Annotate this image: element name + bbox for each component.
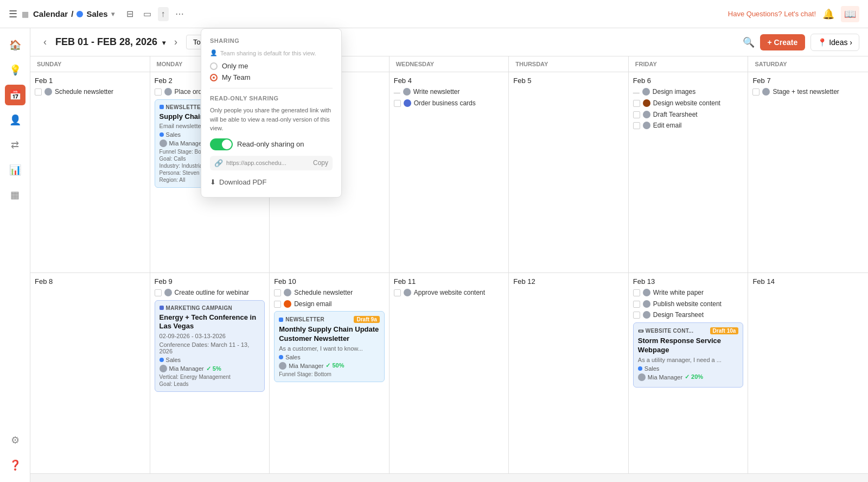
sidebar-people[interactable]: 👤 bbox=[5, 110, 25, 130]
comment-button[interactable]: ▭ bbox=[140, 7, 155, 21]
task-design-images[interactable]: — Design images bbox=[633, 88, 744, 97]
bell-icon[interactable]: 🔔 bbox=[822, 8, 834, 20]
dash-icon: — bbox=[633, 89, 640, 97]
task-write-newsletter[interactable]: — Write newsletter bbox=[394, 88, 505, 97]
radio-my-team-button[interactable] bbox=[210, 74, 218, 81]
task-checkbox[interactable] bbox=[752, 88, 760, 96]
task-checkbox[interactable] bbox=[155, 88, 162, 96]
card-sales-row: Sales bbox=[638, 365, 739, 372]
tag-vertical: Vertical: Energy Management bbox=[159, 374, 260, 380]
task-schedule-newsletter[interactable]: Schedule newsletter bbox=[35, 88, 145, 97]
create-button[interactable]: + Create bbox=[760, 34, 806, 50]
radio-my-team-label: My Team bbox=[222, 73, 251, 81]
task-checkbox[interactable] bbox=[633, 301, 640, 308]
task-label: Design images bbox=[653, 88, 695, 97]
task-checkbox[interactable] bbox=[35, 88, 42, 96]
cell-feb12: Feb 12 + bbox=[509, 273, 629, 473]
sidebar-workflows[interactable]: ⇄ bbox=[7, 135, 23, 155]
tag-funnel: Funnel Stage: Bottom bbox=[279, 371, 380, 377]
chat-link[interactable]: Have Questions? Let's chat! bbox=[728, 10, 816, 18]
task-business-cards[interactable]: Order business cards bbox=[394, 99, 505, 108]
manager-name: Mia Manager bbox=[169, 365, 204, 372]
newsletter-tag-label: Newsletter bbox=[166, 104, 205, 110]
task-draft-tearsheet[interactable]: Draft Tearsheet bbox=[633, 111, 744, 119]
radio-only-me[interactable]: Only me bbox=[210, 62, 333, 70]
cell-feb5: Feb 5 + bbox=[509, 72, 629, 272]
task-checkbox[interactable] bbox=[633, 289, 640, 296]
task-edit-email[interactable]: Edit email bbox=[633, 122, 744, 130]
task-label: Write white paper bbox=[653, 289, 704, 297]
link-icon: 🔗 bbox=[214, 159, 223, 167]
monthly-supply-chain-card[interactable]: Newsletter Draft 9a Monthly Supply Chain… bbox=[274, 311, 385, 382]
day-wednesday: WEDNESDAY bbox=[390, 56, 509, 72]
cell-feb1: Feb 1 + Schedule newsletter bbox=[30, 72, 150, 272]
sidebar-home[interactable]: 🏠 bbox=[5, 35, 25, 55]
task-checkbox[interactable] bbox=[633, 122, 640, 129]
task-checkbox[interactable] bbox=[394, 100, 401, 107]
breadcrumb-chevron[interactable]: ▾ bbox=[111, 10, 114, 18]
day-friday: FRIDAY bbox=[629, 56, 749, 72]
cell-feb4: Feb 4 + — Write newsletter Order busines… bbox=[390, 72, 509, 272]
card-date-range: 02-09-2026 - 03-13-2026 bbox=[159, 333, 260, 339]
task-checkbox[interactable] bbox=[633, 100, 640, 107]
task-outline-webinar[interactable]: Create outline for webinar bbox=[155, 289, 265, 297]
task-approve-website[interactable]: Approve website content bbox=[394, 289, 505, 297]
prev-month-button[interactable]: ‹ bbox=[39, 34, 51, 50]
task-avatar bbox=[284, 300, 291, 308]
dash-icon: — bbox=[394, 89, 400, 97]
cell-feb14: Feb 14 + bbox=[748, 273, 868, 473]
task-checkbox[interactable] bbox=[394, 289, 401, 296]
storm-response-card[interactable]: ▭ Website Cont... Draft 10a Storm Respon… bbox=[633, 322, 744, 388]
popup-pdf-row[interactable]: ⬇ Download PDF bbox=[210, 176, 333, 188]
card-manager-row: Mia Manager ✓ 50% bbox=[279, 362, 380, 370]
sales-label: Sales bbox=[166, 131, 181, 138]
newsletter-tag-label: Newsletter bbox=[285, 316, 324, 322]
calendar-title-chevron: ▾ bbox=[162, 39, 165, 47]
sidebar-settings[interactable]: ⚙ bbox=[7, 430, 24, 451]
task-stage-test[interactable]: Stage + test newsletter bbox=[752, 88, 864, 97]
task-checkbox[interactable] bbox=[155, 289, 162, 296]
more-button[interactable]: ⋯ bbox=[172, 7, 187, 21]
ideas-button[interactable]: 📍 Ideas › bbox=[810, 34, 859, 51]
task-design-tearsheet[interactable]: Design Tearsheet bbox=[633, 311, 744, 320]
search-icon[interactable]: 🔍 bbox=[743, 36, 755, 48]
date-feb8: Feb 8 bbox=[35, 277, 53, 286]
task-avatar bbox=[404, 289, 411, 296]
popup-link-row: 🔗 https://app.coschedu... Copy bbox=[210, 156, 333, 170]
sidebar-analytics[interactable]: 📊 bbox=[5, 160, 25, 180]
calendar-title[interactable]: FEB 01 - FEB 28, 2026 ▾ bbox=[55, 36, 165, 48]
task-checkbox[interactable] bbox=[274, 289, 281, 296]
manager-avatar bbox=[279, 362, 286, 370]
manager-avatar bbox=[638, 373, 646, 381]
bookmark-icon[interactable]: 📖 bbox=[841, 6, 859, 22]
radio-my-team[interactable]: My Team bbox=[210, 73, 333, 81]
hamburger-icon[interactable]: ☰ bbox=[9, 8, 17, 20]
energy-conference-card[interactable]: Marketing Campaign Energy + Tech Confere… bbox=[155, 300, 265, 392]
card-tag-row: Newsletter Draft 9a bbox=[279, 316, 380, 323]
pdf-icon: ⬇ bbox=[210, 178, 216, 186]
share-button[interactable]: ↑ bbox=[158, 7, 169, 21]
breadcrumb-sep: / bbox=[71, 9, 73, 18]
task-design-email[interactable]: Design email bbox=[274, 300, 385, 309]
task-publish-website[interactable]: Publish website content bbox=[633, 300, 744, 309]
filter-button[interactable]: ⊟ bbox=[123, 7, 137, 21]
sales-label: Sales bbox=[166, 357, 181, 363]
sidebar-calendar[interactable]: 📅 bbox=[5, 85, 25, 105]
sidebar-ideas[interactable]: 💡 bbox=[5, 60, 25, 80]
copy-button[interactable]: Copy bbox=[313, 159, 328, 167]
date-feb13: Feb 13 bbox=[633, 277, 655, 286]
sidebar-help[interactable]: ❓ bbox=[5, 455, 25, 475]
radio-only-me-button[interactable] bbox=[210, 62, 218, 70]
sidebar-boards[interactable]: ▦ bbox=[6, 185, 24, 205]
sidebar: 🏠 💡 📅 👤 ⇄ 📊 ▦ ⚙ ❓ bbox=[0, 28, 30, 482]
task-checkbox[interactable] bbox=[633, 312, 640, 319]
task-checkbox[interactable] bbox=[633, 111, 640, 118]
date-feb1: Feb 1 bbox=[35, 77, 53, 85]
breadcrumb-calendar: Calendar bbox=[33, 9, 68, 18]
next-month-button[interactable]: › bbox=[170, 34, 182, 50]
task-design-website[interactable]: Design website content bbox=[633, 99, 744, 108]
task-checkbox[interactable] bbox=[274, 301, 281, 308]
readonly-toggle[interactable] bbox=[210, 138, 233, 150]
task-schedule-newsletter2[interactable]: Schedule newsletter bbox=[274, 289, 385, 297]
task-write-white-paper[interactable]: Write white paper bbox=[633, 289, 744, 297]
